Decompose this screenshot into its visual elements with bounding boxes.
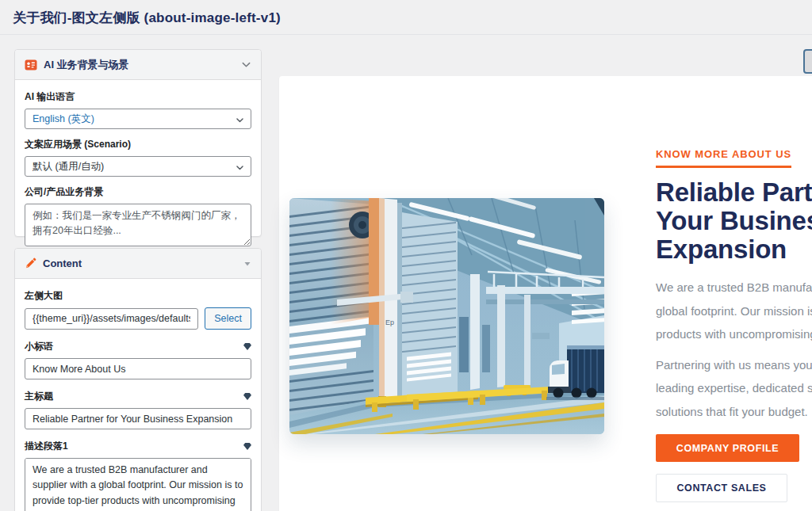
scenario-label: 文案应用场景 (Scenario) [25,138,251,151]
about-paragraph-2: Partnering with us means you get access … [656,353,812,424]
heading-line: Expansion [656,235,812,264]
paragraph1-label: 描述段落1 [25,440,68,453]
ai-panel-title: AI 业务背景与场景 [44,58,235,72]
chevron-down-icon[interactable] [241,59,251,70]
partial-toolbar-button[interactable] [803,49,812,74]
preview-canvas: Ep [279,76,812,511]
select-image-button[interactable]: Select [205,307,251,330]
heading-line: Reliable Partner for [656,178,812,207]
chevron-down-icon [236,116,244,124]
contact-sales-button[interactable]: CONTACT SALES [656,474,787,502]
chevron-down-icon [236,163,244,172]
language-select-value: English (英文) [33,112,94,126]
paragraph1-textarea[interactable]: We are a trusted B2B manufacturer and su… [25,458,251,511]
tagline-label: 小标语 [25,340,53,353]
ai-generate-icon[interactable] [243,393,251,400]
business-background-textarea[interactable] [25,204,251,246]
scenario-select[interactable]: 默认 (通用/自动) [25,156,251,177]
paragraph-line: products with uncompromising quality con… [656,322,812,346]
about-text-column: KNOW MORE ABOUT US Reliable Partner for … [656,147,812,502]
company-profile-button[interactable]: COMPANY PROFILE [656,434,799,462]
content-panel: Content 左侧大图 Select 小标语 主标题 描述段落1 We are… [14,248,262,511]
paragraph-line: Partnering with us means you get access … [656,353,812,377]
svg-text:Ep: Ep [385,318,394,326]
warehouse-photo: Ep [289,198,604,434]
paragraph-line: We are a trusted B2B manufacturer and su… [656,276,812,299]
eyebrow-tagline: KNOW MORE ABOUT US [656,148,791,168]
tagline-input[interactable] [25,358,251,379]
language-label: AI 输出语言 [25,90,251,104]
page-title: 关于我们-图文左侧版 (about-image-left-v1) [13,9,281,27]
paragraph-line: global footprint. Our mission is to prov… [656,299,812,323]
scenario-select-value: 默认 (通用/自动) [33,160,104,174]
ai-panel-header[interactable]: AI 业务背景与场景 [15,50,261,80]
content-panel-title: Content [43,257,237,269]
image-field-label: 左侧大图 [25,289,251,303]
heading-line: Your Business [656,207,812,235]
heading-label: 主标题 [25,390,53,403]
about-heading: Reliable Partner for Your Business Expan… [656,178,812,264]
paragraph-line: leading expertise, dedicated support, an… [656,376,812,400]
language-select[interactable]: English (英文) [25,109,251,129]
paragraph-line: solutions that fit your budget. [656,400,812,424]
image-url-input[interactable] [25,308,198,330]
heading-input[interactable] [25,408,251,429]
id-card-icon [25,59,37,71]
ai-settings-panel: AI 业务背景与场景 AI 输出语言 English (英文) 文案应用场景 (… [14,49,262,237]
ai-generate-icon[interactable] [243,443,251,450]
about-paragraph-1: We are a trusted B2B manufacturer and su… [656,276,812,346]
content-panel-header[interactable]: Content [15,249,261,279]
about-left-image: Ep [289,198,604,434]
business-background-label: 公司/产品业务背景 [25,185,251,199]
pencil-icon [25,257,36,269]
page-header: 关于我们-图文左侧版 (about-image-left-v1) [0,0,812,35]
chevron-down-icon[interactable] [243,260,251,268]
ai-generate-icon[interactable] [243,343,251,350]
